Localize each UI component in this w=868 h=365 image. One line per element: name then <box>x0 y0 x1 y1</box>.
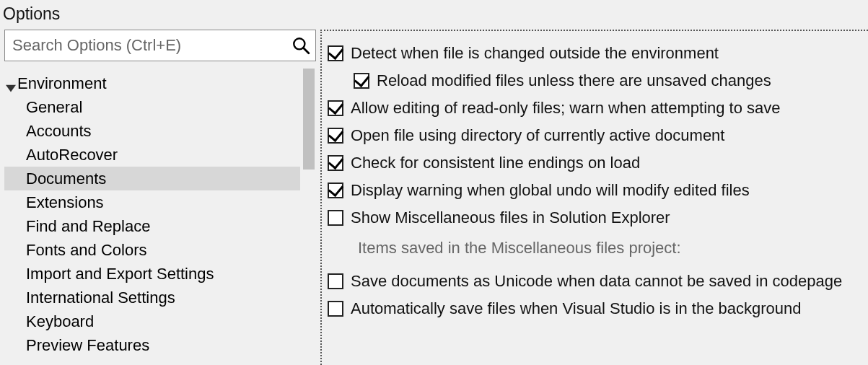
option-label: Open file using directory of currently a… <box>351 126 724 145</box>
tree-item-accounts[interactable]: Accounts <box>4 119 300 143</box>
option-label: Check for consistent line endings on loa… <box>351 154 640 172</box>
checkbox-autosave-background[interactable] <box>328 301 343 317</box>
tree-item-general[interactable]: General <box>4 95 300 119</box>
tree-item-label: General <box>26 98 82 117</box>
search-input[interactable] <box>4 30 316 61</box>
tree-item-label: Documents <box>26 170 106 188</box>
left-pane: Environment General Accounts AutoRecover… <box>0 30 320 365</box>
option-allow-readonly: Allow editing of read-only files; warn w… <box>328 94 862 122</box>
scrollbar-thumb[interactable] <box>303 69 315 170</box>
tree-wrap: Environment General Accounts AutoRecover… <box>4 69 316 365</box>
tree-item-keyboard[interactable]: Keyboard <box>4 309 300 333</box>
expand-collapse-icon[interactable] <box>6 79 16 89</box>
tree-item-preview-features[interactable]: Preview Features <box>4 333 300 357</box>
option-show-misc-files: Show Miscellaneous files in Solution Exp… <box>328 204 862 232</box>
tree-item-find-and-replace[interactable]: Find and Replace <box>4 214 300 238</box>
option-label: Save documents as Unicode when data cann… <box>351 272 842 291</box>
dialog-title: Options <box>0 0 868 30</box>
option-label: Show Miscellaneous files in Solution Exp… <box>351 208 670 227</box>
checkbox-reload-modified[interactable] <box>354 73 369 89</box>
tree-item-international-settings[interactable]: International Settings <box>4 286 300 309</box>
option-autosave-background: Automatically save files when Visual Stu… <box>328 295 862 322</box>
tree-item-label: Import and Export Settings <box>26 265 214 283</box>
option-label: Reload modified files unless there are u… <box>377 71 771 90</box>
checkbox-detect-change[interactable] <box>328 45 343 61</box>
tree-item-label: AutoRecover <box>26 146 118 164</box>
option-label: Detect when file is changed outside the … <box>351 44 719 63</box>
checkbox-global-undo-warn[interactable] <box>328 182 343 198</box>
option-label: Allow editing of read-only files; warn w… <box>351 99 781 118</box>
option-label: Automatically save files when Visual Stu… <box>351 299 802 318</box>
option-save-unicode: Save documents as Unicode when data cann… <box>328 268 862 295</box>
option-label: Display warning when global undo will mo… <box>351 181 750 200</box>
checkbox-allow-readonly[interactable] <box>328 100 343 116</box>
options-dialog: Options Environment <box>0 0 868 365</box>
tree-item-extensions[interactable]: Extensions <box>4 190 300 214</box>
option-global-undo-warn: Display warning when global undo will mo… <box>328 177 862 204</box>
option-detect-change: Detect when file is changed outside the … <box>328 40 862 67</box>
tree-item-documents[interactable]: Documents <box>4 167 300 190</box>
options-panel: Detect when file is changed outside the … <box>320 30 868 365</box>
tree-item-label: Preview Features <box>26 336 149 355</box>
option-open-active-dir: Open file using directory of currently a… <box>328 122 862 149</box>
tree-item-fonts-and-colors[interactable]: Fonts and Colors <box>4 238 300 262</box>
tree-item-import-export-settings[interactable]: Import and Export Settings <box>4 262 300 286</box>
tree-item-label: Fonts and Colors <box>26 241 147 260</box>
search-wrap <box>4 30 316 61</box>
tree-item-label: Accounts <box>26 122 92 141</box>
tree-item-label: Find and Replace <box>26 217 150 236</box>
svg-marker-2 <box>6 84 16 92</box>
checkbox-check-line-endings[interactable] <box>328 155 343 171</box>
option-check-line-endings: Check for consistent line endings on loa… <box>328 149 862 177</box>
misc-files-note: Items saved in the Miscellaneous files p… <box>328 232 862 268</box>
checkbox-open-active-dir[interactable] <box>328 128 343 144</box>
tree-category-label: Environment <box>17 74 107 93</box>
tree-item-autorecover[interactable]: AutoRecover <box>4 143 300 167</box>
checkbox-show-misc-files[interactable] <box>328 210 343 226</box>
dialog-content: Environment General Accounts AutoRecover… <box>0 30 868 365</box>
tree-scrollbar[interactable] <box>302 69 316 365</box>
tree-category-environment[interactable]: Environment <box>4 71 300 95</box>
tree-item-label: International Settings <box>26 289 175 307</box>
tree-item-label: Keyboard <box>26 312 94 331</box>
category-tree[interactable]: Environment General Accounts AutoRecover… <box>4 69 300 365</box>
checkbox-save-unicode[interactable] <box>328 273 343 289</box>
option-reload-modified: Reload modified files unless there are u… <box>328 67 862 94</box>
tree-item-label: Extensions <box>26 193 104 212</box>
